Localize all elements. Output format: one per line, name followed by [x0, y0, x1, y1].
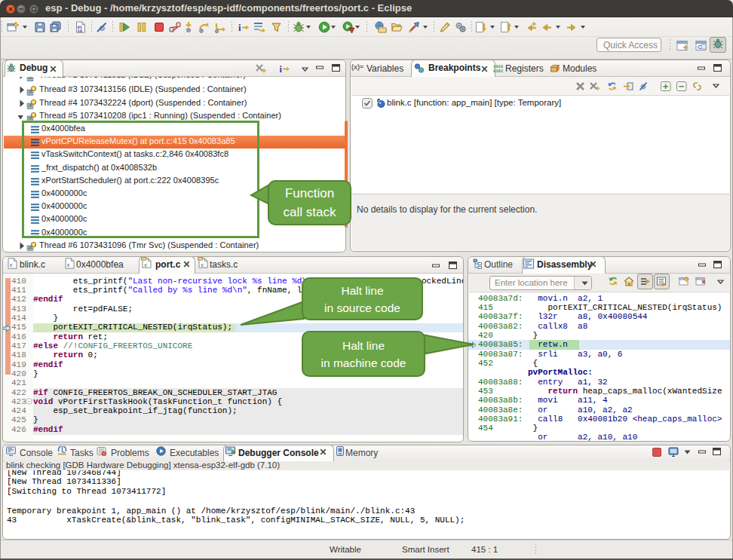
svg-text:i: i	[280, 64, 283, 75]
svg-text:i: i	[238, 22, 241, 33]
svg-text:0101: 0101	[493, 69, 503, 74]
svg-text:10: 10	[78, 29, 83, 34]
svg-text:c: c	[67, 261, 70, 268]
svg-text:c: c	[145, 261, 148, 268]
svg-text:c: c	[10, 261, 13, 268]
svg-text:c: c	[201, 261, 204, 268]
